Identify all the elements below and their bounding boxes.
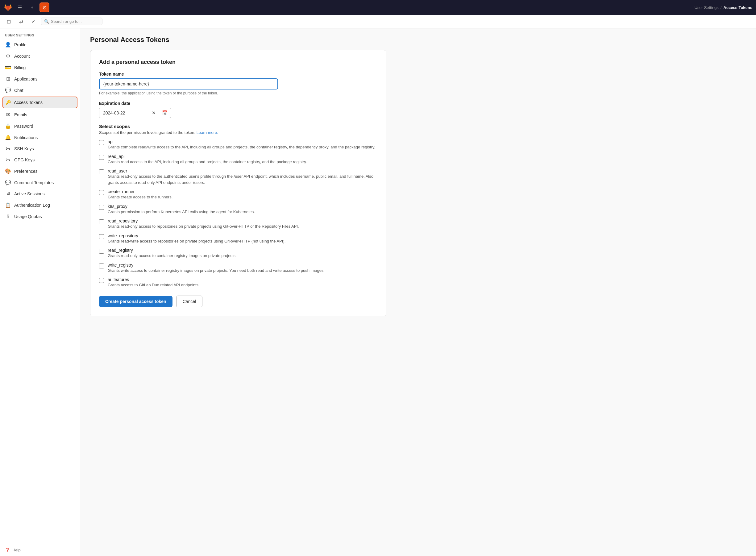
content-area: Personal Access Tokens Add a personal ac… bbox=[80, 28, 756, 556]
scope-checkbox-write_repository[interactable] bbox=[99, 234, 104, 239]
scope-desc: Grants read-only access to the authentic… bbox=[108, 173, 377, 185]
todo-icon[interactable]: ◻ bbox=[4, 17, 13, 27]
sidebar-item-ssh-keys[interactable]: 🗝 SSH Keys bbox=[0, 143, 80, 154]
token-name-input[interactable] bbox=[99, 78, 278, 90]
sidebar-item-authentication-log[interactable]: 📋 Authentication Log bbox=[0, 199, 80, 211]
sidebar-item-applications[interactable]: ⊞ Applications bbox=[0, 73, 80, 84]
scope-item: api Grants complete read/write access to… bbox=[99, 139, 377, 150]
active-sessions-icon: 🖥 bbox=[5, 191, 11, 197]
sidebar-item-label: Profile bbox=[14, 42, 27, 47]
sidebar-help[interactable]: ❓ Help bbox=[0, 544, 80, 556]
scope-item: ai_features Grants access to GitLab Duo … bbox=[99, 277, 377, 288]
cancel-btn[interactable]: Cancel bbox=[176, 296, 203, 307]
notifications-icon: 🔔 bbox=[5, 135, 11, 140]
gitlab-logo[interactable] bbox=[4, 3, 12, 12]
new-item-btn[interactable]: + bbox=[27, 2, 37, 12]
scope-content-read_api: read_api Grants read access to the API, … bbox=[108, 154, 307, 165]
scope-item: read_user Grants read-only access to the… bbox=[99, 169, 377, 185]
token-name-hint: For example, the application using the t… bbox=[99, 91, 377, 95]
sidebar-item-chat[interactable]: 💬 Chat bbox=[0, 84, 80, 96]
breadcrumb-parent[interactable]: User Settings bbox=[695, 5, 719, 10]
scope-content-ai_features: ai_features Grants access to GitLab Duo … bbox=[108, 277, 200, 288]
search-placeholder: Search or go to... bbox=[51, 19, 82, 24]
scopes-title: Select scopes bbox=[99, 124, 377, 129]
sidebar-item-account[interactable]: ⚙ Account bbox=[0, 50, 80, 62]
scope-name: read_repository bbox=[108, 218, 299, 223]
scope-checkbox-k8s_proxy[interactable] bbox=[99, 205, 104, 210]
token-name-group: Token name For example, the application … bbox=[99, 72, 377, 95]
create-token-btn[interactable]: Create personal access token bbox=[99, 296, 172, 307]
scopes-hint: Scopes set the permission levels granted… bbox=[99, 130, 377, 135]
clear-date-btn[interactable]: ✕ bbox=[149, 108, 159, 117]
calendar-btn[interactable]: 📅 bbox=[159, 108, 171, 117]
scope-desc: Grants read access to the API, including… bbox=[108, 159, 307, 165]
scope-desc: Grants read-write access to repositories… bbox=[108, 238, 285, 244]
sidebar-toggle-btn[interactable]: ☰ bbox=[15, 2, 25, 12]
scope-desc: Grants permission to perform Kubernetes … bbox=[108, 209, 255, 215]
sidebar-item-usage-quotas[interactable]: ℹ Usage Quotas bbox=[0, 211, 80, 222]
scope-checkbox-read_registry[interactable] bbox=[99, 249, 104, 254]
breadcrumb-separator: / bbox=[721, 5, 722, 10]
merge-request-icon[interactable]: ⇄ bbox=[16, 17, 26, 27]
sidebar-item-billing[interactable]: 💳 Billing bbox=[0, 62, 80, 73]
sidebar-item-label: Notifications bbox=[14, 135, 38, 140]
sidebar-item-label: Billing bbox=[14, 65, 26, 70]
breadcrumb-current: Access Tokens bbox=[723, 5, 752, 10]
scope-checkbox-read_repository[interactable] bbox=[99, 219, 104, 224]
scope-item: read_repository Grants read-only access … bbox=[99, 218, 377, 230]
sidebar-item-notifications[interactable]: 🔔 Notifications bbox=[0, 132, 80, 143]
emails-icon: ✉ bbox=[5, 112, 11, 117]
date-input-row: ✕ 📅 bbox=[99, 108, 171, 118]
scope-name: ai_features bbox=[108, 277, 200, 282]
scope-checkbox-api[interactable] bbox=[99, 140, 104, 145]
sidebar-item-active-sessions[interactable]: 🖥 Active Sessions bbox=[0, 188, 80, 199]
scope-item: k8s_proxy Grants permission to perform K… bbox=[99, 204, 377, 215]
scope-item: write_repository Grants read-write acces… bbox=[99, 233, 377, 244]
scope-name: create_runner bbox=[108, 189, 172, 194]
sidebar-item-access-tokens[interactable]: 🔑 Access Tokens bbox=[2, 97, 77, 108]
scope-checkbox-read_user[interactable] bbox=[99, 169, 104, 174]
scope-desc: Grants read-only access to repositories … bbox=[108, 223, 299, 230]
sidebar-item-profile[interactable]: 👤 Profile bbox=[0, 39, 80, 50]
scope-checkbox-ai_features[interactable] bbox=[99, 278, 104, 283]
sidebar-item-preferences[interactable]: 🎨 Preferences bbox=[0, 165, 80, 177]
help-label: Help bbox=[12, 548, 21, 552]
add-token-card: Add a personal access token Token name F… bbox=[90, 50, 386, 316]
scope-content-read_repository: read_repository Grants read-only access … bbox=[108, 218, 299, 230]
search-icon: 🔍 bbox=[44, 19, 49, 24]
sidebar-item-gpg-keys[interactable]: 🗝 GPG Keys bbox=[0, 154, 80, 165]
sidebar-item-label: SSH Keys bbox=[14, 146, 34, 151]
date-input[interactable] bbox=[99, 108, 149, 118]
scope-content-api: api Grants complete read/write access to… bbox=[108, 139, 375, 150]
sidebar-item-label: Active Sessions bbox=[14, 191, 45, 196]
sidebar-item-label: Chat bbox=[14, 88, 24, 93]
applications-icon: ⊞ bbox=[5, 76, 11, 82]
page-title: Personal Access Tokens bbox=[90, 36, 746, 44]
scope-checkbox-create_runner[interactable] bbox=[99, 190, 104, 195]
scope-item: create_runner Grants create access to th… bbox=[99, 189, 377, 200]
learn-more-link[interactable]: Learn more. bbox=[197, 130, 218, 135]
sidebar-item-label: Usage Quotas bbox=[14, 214, 42, 219]
search-bar[interactable]: 🔍 Search or go to... bbox=[41, 18, 102, 25]
second-bar: ◻ ⇄ ✓ 🔍 Search or go to... bbox=[0, 15, 756, 28]
scope-checkbox-read_api[interactable] bbox=[99, 155, 104, 160]
board-view-btn[interactable]: ⊙ bbox=[39, 2, 49, 12]
scope-item: write_registry Grants write access to co… bbox=[99, 263, 377, 274]
card-title: Add a personal access token bbox=[99, 59, 377, 65]
scope-content-read_registry: read_registry Grants read-only access to… bbox=[108, 248, 237, 259]
sidebar-item-label: GPG Keys bbox=[14, 158, 35, 162]
sidebar-section-title: User settings bbox=[0, 28, 80, 39]
sidebar-item-emails[interactable]: ✉ Emails bbox=[0, 109, 80, 120]
scope-name: read_api bbox=[108, 154, 307, 159]
scope-checkbox-write_registry[interactable] bbox=[99, 264, 104, 269]
scope-name: k8s_proxy bbox=[108, 204, 255, 209]
issues-icon[interactable]: ✓ bbox=[28, 17, 38, 27]
scope-desc: Grants write access to container registr… bbox=[108, 268, 324, 274]
scope-content-write_registry: write_registry Grants write access to co… bbox=[108, 263, 324, 274]
scope-name: write_repository bbox=[108, 233, 285, 238]
chat-icon: 💬 bbox=[5, 87, 11, 93]
scope-item: read_api Grants read access to the API, … bbox=[99, 154, 377, 165]
sidebar-item-password[interactable]: 🔒 Password bbox=[0, 120, 80, 132]
sidebar-item-comment-templates[interactable]: 💬 Comment Templates bbox=[0, 177, 80, 188]
scope-desc: Grants create access to the runners. bbox=[108, 194, 172, 200]
